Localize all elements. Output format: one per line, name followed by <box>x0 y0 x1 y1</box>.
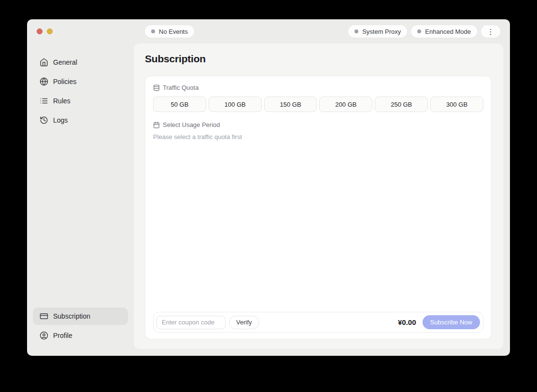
sidebar: General Policies Rules Logs Subscript <box>27 43 134 356</box>
quota-option[interactable]: 50 GB <box>153 97 206 112</box>
traffic-quota-section-label: Traffic Quota <box>153 84 483 91</box>
enhanced-mode-dot-icon <box>417 29 421 33</box>
minimize-window-button[interactable] <box>47 28 53 34</box>
window-controls <box>37 28 53 34</box>
sidebar-spacer <box>33 131 128 308</box>
more-menu-button[interactable]: ⋮ <box>481 25 500 38</box>
sidebar-item-label: General <box>53 58 77 66</box>
quota-option[interactable]: 250 GB <box>375 97 428 112</box>
sidebar-item-label: Profile <box>53 332 72 339</box>
sidebar-item-policies[interactable]: Policies <box>33 73 128 90</box>
calendar-icon <box>153 122 160 128</box>
quota-option[interactable]: 150 GB <box>264 97 317 112</box>
checkout-bar: Verify ¥0.00 Subscribe Now <box>153 312 483 333</box>
home-icon <box>40 58 48 67</box>
sidebar-item-label: Rules <box>53 97 71 105</box>
sidebar-item-profile[interactable]: Profile <box>33 327 128 344</box>
close-window-button[interactable] <box>37 28 42 34</box>
sidebar-item-label: Logs <box>53 116 68 124</box>
kebab-menu-icon: ⋮ <box>487 28 495 35</box>
sidebar-item-logs[interactable]: Logs <box>33 112 128 129</box>
app-window: No Events System Proxy Enhanced Mode ⋮ G… <box>27 19 510 356</box>
status-dot-icon <box>151 29 155 33</box>
system-proxy-label: System Proxy <box>362 28 401 35</box>
no-events-label: No Events <box>159 28 188 35</box>
system-proxy-dot-icon <box>354 29 358 33</box>
enhanced-mode-label: Enhanced Mode <box>425 28 471 35</box>
list-icon <box>40 97 48 105</box>
history-icon <box>40 116 48 125</box>
sidebar-item-label: Subscription <box>53 312 90 320</box>
credit-card-icon <box>40 312 48 321</box>
system-proxy-toggle-pill[interactable]: System Proxy <box>348 25 407 38</box>
sidebar-item-label: Policies <box>53 78 76 85</box>
quota-option[interactable]: 100 GB <box>209 97 262 112</box>
coupon-code-input[interactable] <box>156 316 226 329</box>
titlebar: No Events System Proxy Enhanced Mode ⋮ <box>27 19 510 43</box>
sidebar-item-rules[interactable]: Rules <box>33 92 128 110</box>
traffic-quota-options: 50 GB 100 GB 150 GB 200 GB 250 GB 300 GB <box>153 97 483 112</box>
total-price: ¥0.00 <box>398 318 416 326</box>
user-circle-icon <box>40 331 48 340</box>
no-events-status-pill[interactable]: No Events <box>145 25 194 38</box>
globe-icon <box>40 77 48 86</box>
quota-option[interactable]: 300 GB <box>430 97 483 112</box>
subscribe-now-button[interactable]: Subscribe Now <box>423 315 480 329</box>
sidebar-item-general[interactable]: General <box>33 54 128 71</box>
verify-coupon-button[interactable]: Verify <box>229 316 259 329</box>
subscription-card: Traffic Quota 50 GB 100 GB 150 GB 200 GB… <box>145 76 492 339</box>
main-content-panel: Subscription Traffic Quota 50 GB 100 GB … <box>134 43 503 349</box>
database-icon <box>153 84 160 91</box>
sidebar-item-subscription[interactable]: Subscription <box>33 308 128 325</box>
titlebar-right-group: System Proxy Enhanced Mode ⋮ <box>348 25 500 38</box>
usage-period-label: Select Usage Period <box>163 121 220 128</box>
usage-period-hint: Please select a traffic quota first <box>153 133 483 140</box>
usage-period-section-label: Select Usage Period <box>153 121 483 128</box>
enhanced-mode-toggle-pill[interactable]: Enhanced Mode <box>411 25 477 38</box>
traffic-quota-label: Traffic Quota <box>163 84 198 91</box>
page-title: Subscription <box>145 53 206 65</box>
quota-option[interactable]: 200 GB <box>319 97 372 112</box>
